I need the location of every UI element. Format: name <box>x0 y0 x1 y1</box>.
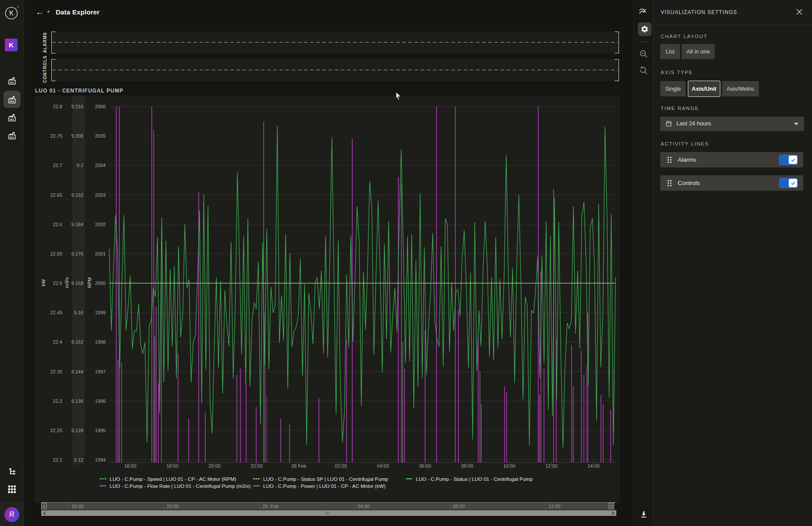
svg-text:LUO - C.Pump - Status | LUO 01: LUO - C.Pump - Status | LUO 01 - Centrif… <box>416 476 533 482</box>
svg-text:2006: 2006 <box>95 104 106 109</box>
svg-text:2004: 2004 <box>95 163 106 168</box>
svg-text:22:00: 22:00 <box>250 463 263 469</box>
svg-text:12:00: 12:00 <box>545 463 558 469</box>
svg-text:02:00: 02:00 <box>335 463 347 469</box>
svg-text:9.208: 9.208 <box>71 133 83 139</box>
svg-text:9.136: 9.136 <box>71 398 83 404</box>
svg-text:9.2: 9.2 <box>77 163 83 168</box>
svg-text:LUO - C.Pump - Status SP | LUO: LUO - C.Pump - Status SP | LUO 01 - Cent… <box>263 476 388 482</box>
svg-text:16:00: 16:00 <box>124 463 136 469</box>
svg-text:22.3: 22.3 <box>53 398 62 404</box>
svg-text:22.2: 22.2 <box>53 457 62 462</box>
svg-text:9.184: 9.184 <box>71 222 83 227</box>
svg-text:22.7: 22.7 <box>53 163 62 168</box>
svg-text:22.45: 22.45 <box>50 310 62 315</box>
svg-text:22.4: 22.4 <box>53 339 62 345</box>
svg-text:2005: 2005 <box>95 133 106 139</box>
svg-text:22.5: 22.5 <box>53 281 62 286</box>
svg-text:kW: kW <box>41 279 46 286</box>
svg-text:22.55: 22.55 <box>50 251 62 256</box>
svg-text:m3/s: m3/s <box>64 277 69 288</box>
svg-text:9.144: 9.144 <box>71 369 83 374</box>
svg-text:LUO - C.Pump - Power | LUO 01: LUO - C.Pump - Power | LUO 01 - CP - AC … <box>263 483 386 489</box>
svg-text:9.168: 9.168 <box>71 281 83 286</box>
svg-text:LUO - C.Pump - Flow Rate | LUO: LUO - C.Pump - Flow Rate | LUO 01 - Cent… <box>110 483 250 489</box>
svg-text:9.176: 9.176 <box>71 251 83 256</box>
svg-text:22.65: 22.65 <box>50 192 62 198</box>
svg-text:2000: 2000 <box>95 281 106 286</box>
svg-text:22.6: 22.6 <box>53 222 62 227</box>
svg-text:1994: 1994 <box>95 457 106 462</box>
svg-text:14:00: 14:00 <box>587 463 600 469</box>
svg-text:1997: 1997 <box>95 369 106 374</box>
svg-text:08:00: 08:00 <box>461 463 473 469</box>
svg-text:1996: 1996 <box>95 398 106 404</box>
svg-text:22.75: 22.75 <box>50 133 62 139</box>
svg-text:10:00: 10:00 <box>503 463 515 469</box>
svg-text:9.192: 9.192 <box>71 192 83 198</box>
svg-text:06:00: 06:00 <box>419 463 431 469</box>
svg-text:9.152: 9.152 <box>71 339 83 345</box>
svg-text:LUO - C.Pump - Speed | LUO 01: LUO - C.Pump - Speed | LUO 01 - CP - AC … <box>110 476 236 482</box>
svg-text:2002: 2002 <box>95 222 106 227</box>
svg-text:2001: 2001 <box>95 251 106 256</box>
svg-text:22.35: 22.35 <box>50 369 62 374</box>
svg-text:1995: 1995 <box>95 428 106 433</box>
svg-text:22.25: 22.25 <box>50 428 62 433</box>
svg-text:1999: 1999 <box>95 310 106 315</box>
svg-text:04:00: 04:00 <box>377 463 389 469</box>
svg-text:9.12: 9.12 <box>74 457 83 462</box>
svg-text:9.16: 9.16 <box>74 310 83 315</box>
svg-text:9.216: 9.216 <box>71 104 83 109</box>
svg-text:2003: 2003 <box>95 192 106 198</box>
svg-text:22.8: 22.8 <box>53 104 62 109</box>
svg-text:18:00: 18:00 <box>166 463 179 469</box>
svg-text:9.128: 9.128 <box>71 428 83 433</box>
svg-text:RPM: RPM <box>87 277 92 288</box>
svg-text:1998: 1998 <box>95 339 106 345</box>
svg-text:20:00: 20:00 <box>208 463 221 469</box>
svg-text:28 Feb: 28 Feb <box>291 463 306 469</box>
